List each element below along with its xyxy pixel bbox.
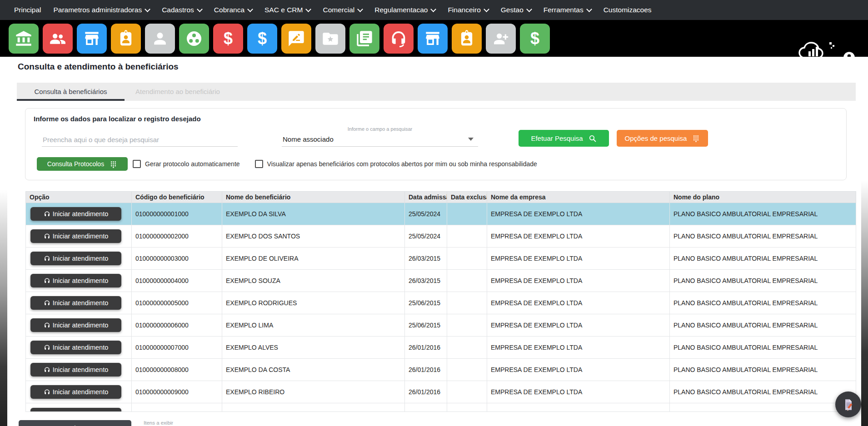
search-icon bbox=[589, 134, 597, 143]
active-tab-underline bbox=[17, 99, 125, 101]
column-header-opcao: Opção bbox=[26, 192, 132, 203]
consulta-protocolos-button[interactable]: Consulta Protocolos bbox=[37, 157, 128, 171]
document-pencil-icon bbox=[842, 398, 855, 411]
cell-exclusion bbox=[447, 314, 487, 337]
voltar-button[interactable]: Voltar bbox=[19, 420, 131, 426]
menu-item-ferramentas[interactable]: Ferramentas bbox=[544, 6, 591, 14]
toolbar-button-person[interactable] bbox=[145, 24, 175, 54]
chevron-down-icon bbox=[197, 6, 203, 12]
toolbar-button-group-work[interactable] bbox=[179, 24, 209, 54]
toolbar-button-person-add[interactable] bbox=[486, 24, 516, 54]
cell-exclusion bbox=[447, 203, 487, 225]
toolbar-button-dollar[interactable]: $ bbox=[213, 24, 243, 54]
cell-plan: PLANO BASICO AMBULATORIAL EMPRESARIAL bbox=[670, 381, 856, 403]
column-header-data-admissao: Data admissão bbox=[405, 192, 447, 203]
menu-item-cobranca[interactable]: Cobranca bbox=[214, 6, 252, 14]
toolbar-button-library[interactable] bbox=[349, 24, 379, 54]
menu-item-regulamentacao[interactable]: Regulamentacao bbox=[374, 6, 435, 14]
cell-code: 010000000002000 bbox=[132, 225, 222, 248]
menu-item-customizacoes[interactable]: Customizacoes bbox=[604, 6, 652, 14]
iniciar-atendimento-button[interactable]: Iniciar atendimento bbox=[30, 252, 121, 265]
checkbox-box[interactable] bbox=[133, 160, 141, 168]
chevron-down-icon bbox=[431, 6, 437, 12]
cell-admission bbox=[405, 403, 447, 412]
headset-icon bbox=[44, 411, 50, 412]
toolbar-button-badge[interactable] bbox=[452, 24, 482, 54]
iniciar-atendimento-button[interactable]: Iniciar atendimento bbox=[30, 408, 121, 411]
cell-admission: 26/03/2015 bbox=[405, 270, 447, 292]
checkbox-box[interactable] bbox=[255, 160, 263, 168]
cell-exclusion bbox=[447, 359, 487, 381]
iniciar-atendimento-button[interactable]: Iniciar atendimento bbox=[30, 318, 121, 332]
cell-code: 010000000005000 bbox=[132, 292, 222, 314]
cell-plan: PLANO BASICO AMBULATORIAL EMPRESARIAL bbox=[670, 292, 856, 314]
column-header-data-exclusao: Data exclusão bbox=[447, 192, 487, 203]
menu-item-comercial[interactable]: Comercial bbox=[323, 6, 362, 14]
footer: Voltar Itens a exibir 10 registros bbox=[0, 420, 868, 426]
beneficiaries-table: OpçãoCódigo do beneficiárioNome do benef… bbox=[25, 191, 856, 412]
iniciar-atendimento-button[interactable]: Iniciar atendimento bbox=[30, 207, 121, 221]
toolbar-button-store[interactable] bbox=[77, 24, 107, 54]
cell-code: 010000000001000 bbox=[132, 203, 222, 225]
search-input[interactable] bbox=[42, 133, 238, 147]
cell-admission: 26/01/2016 bbox=[405, 381, 447, 403]
column-header-nome-do-beneficiario: Nome do beneficiário bbox=[222, 192, 405, 203]
menu-item-cadastros[interactable]: Cadastros bbox=[162, 6, 202, 14]
cell-admission: 26/03/2015 bbox=[405, 248, 447, 270]
menu-item-parametros-administradoras[interactable]: Parametros administradoras bbox=[53, 6, 150, 14]
column-header-nome-da-empresa: Nome da empresa bbox=[487, 192, 670, 203]
toolbar-button-dollar[interactable]: $ bbox=[247, 24, 277, 54]
toolbar-button-people[interactable] bbox=[43, 24, 73, 54]
cell-code: 010000000007000 bbox=[132, 337, 222, 359]
items-per-page-select[interactable]: Itens a exibir 10 registros bbox=[144, 420, 221, 426]
iniciar-atendimento-label: Iniciar atendimento bbox=[53, 233, 109, 240]
cell-plan: PLANO BASICO AMBULATORIAL EMPRESARIAL bbox=[670, 203, 856, 225]
iniciar-atendimento-button[interactable]: Iniciar atendimento bbox=[30, 385, 121, 399]
checkbox-visualizar-apenas-beneficiario[interactable]: Visualizar apenas beneficiários com prot… bbox=[255, 160, 537, 168]
menu-item-financeiro[interactable]: Financeiro bbox=[448, 6, 488, 14]
iniciar-atendimento-label: Iniciar atendimento bbox=[53, 411, 109, 411]
iniciar-atendimento-button[interactable]: Iniciar atendimento bbox=[30, 363, 121, 376]
menu-item-gestao[interactable]: Gestao bbox=[501, 6, 531, 14]
toolbar-button-badge[interactable] bbox=[111, 24, 141, 54]
cell-plan: PLANO BASICO AMBULATORIAL EMPRESARIAL bbox=[670, 337, 856, 359]
efetuar-pesquisa-button[interactable]: Efetuar Pesquisa bbox=[519, 130, 609, 147]
iniciar-atendimento-label: Iniciar atendimento bbox=[53, 366, 109, 373]
people-icon bbox=[49, 30, 67, 48]
toolbar-button-folder-star[interactable] bbox=[315, 24, 345, 54]
cell-company: EMPRESA DE EXEMPLO LTDA bbox=[487, 359, 670, 381]
toolbar-button-rate-review[interactable] bbox=[281, 24, 311, 54]
cell-name: EXEMPLO ALVES bbox=[222, 337, 405, 359]
menu-item-principal[interactable]: Principal bbox=[14, 6, 41, 14]
edit-document-fab[interactable] bbox=[835, 391, 861, 417]
iniciar-atendimento-button[interactable]: Iniciar atendimento bbox=[30, 341, 121, 354]
store-icon bbox=[424, 30, 442, 48]
menu-item-sac-e-crm[interactable]: SAC e CRM bbox=[264, 6, 310, 14]
cell-code: 010000000003000 bbox=[132, 248, 222, 270]
tab-atendimento-beneficiario[interactable]: Atendimento ao beneficiário bbox=[135, 83, 220, 101]
toolbar-button-store[interactable] bbox=[418, 24, 448, 54]
headset-icon bbox=[44, 233, 50, 240]
headset-icon bbox=[44, 344, 50, 351]
tabstrip: Consulta à beneficiários Atendimento ao … bbox=[17, 83, 856, 101]
toolbar-button-headset[interactable] bbox=[384, 24, 414, 54]
toolbar-button-dollar[interactable]: $ bbox=[520, 24, 550, 54]
iniciar-atendimento-button[interactable]: Iniciar atendimento bbox=[30, 229, 121, 243]
table-header-row: OpçãoCódigo do beneficiárioNome do benef… bbox=[26, 192, 856, 203]
column-header-codigo-do-beneficiario: Código do beneficiário bbox=[132, 192, 222, 203]
cell-plan bbox=[670, 403, 856, 412]
iniciar-atendimento-button[interactable]: Iniciar atendimento bbox=[30, 296, 121, 310]
badge-icon bbox=[117, 30, 135, 48]
checkbox-gerar-protocolo-automaticament[interactable]: Gerar protocolo automaticamente bbox=[133, 160, 240, 168]
cell-plan: PLANO BASICO AMBULATORIAL EMPRESARIAL bbox=[670, 225, 856, 248]
search-field-select[interactable]: Informe o campo a pesquisar Nome associa… bbox=[282, 126, 478, 147]
content-sheet: Consulta e atendimento à beneficiários C… bbox=[0, 57, 868, 426]
opcoes-pesquisa-button[interactable]: Opções de pesquisa bbox=[617, 130, 708, 147]
table-row: Iniciar atendimento010000000001000EXEMPL… bbox=[26, 203, 856, 225]
cell-exclusion bbox=[447, 248, 487, 270]
tab-consulta-beneficiarios[interactable]: Consulta à beneficiários bbox=[17, 83, 125, 101]
chevron-down-icon bbox=[484, 6, 489, 12]
iniciar-atendimento-button[interactable]: Iniciar atendimento bbox=[30, 274, 121, 287]
table-row: Iniciar atendimento010000000004000EXEMPL… bbox=[26, 270, 856, 292]
toolbar-button-bank[interactable] bbox=[9, 24, 39, 54]
